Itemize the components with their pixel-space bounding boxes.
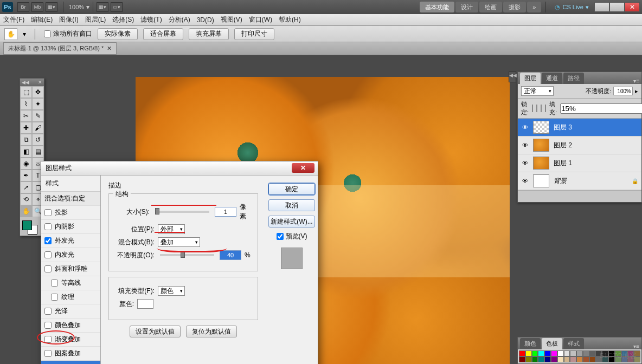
- layer-row[interactable]: 👁 图层 3: [518, 119, 641, 136]
- swatch-cell[interactable]: [589, 350, 596, 356]
- menu-image[interactable]: 图像(I): [59, 15, 78, 24]
- size-input[interactable]: [215, 207, 236, 217]
- swatch-cell[interactable]: [621, 350, 628, 356]
- visibility-icon[interactable]: 👁: [521, 141, 529, 149]
- blending-options-item[interactable]: 混合选项:自定: [41, 192, 100, 206]
- preview-checkbox[interactable]: 预览(V): [277, 232, 307, 241]
- layer-thumbnail[interactable]: [533, 157, 549, 170]
- dialog-title-bar[interactable]: 图层样式 ✕: [41, 161, 318, 176]
- print-size-button[interactable]: 打印尺寸: [234, 28, 274, 40]
- swatch-cell[interactable]: [519, 350, 525, 356]
- menu-help[interactable]: 帮助(H): [279, 15, 301, 24]
- layer-name[interactable]: 图层 3: [554, 123, 572, 132]
- set-default-button[interactable]: 设置为默认值: [130, 326, 181, 337]
- swatch-cell[interactable]: [544, 356, 551, 362]
- tools-panel-header[interactable]: ◀◀✕: [20, 79, 44, 86]
- bridge-button[interactable]: Br: [17, 2, 29, 12]
- move-tool[interactable]: ✥: [32, 86, 44, 98]
- document-tab[interactable]: 未标题-1 @ 133% (图层 3, RGB/8) * ✕: [3, 42, 117, 55]
- swatch-cell[interactable]: [538, 356, 544, 362]
- menu-file[interactable]: 文件(F): [3, 15, 24, 24]
- swatch-cell[interactable]: [570, 350, 576, 356]
- visibility-icon[interactable]: 👁: [521, 159, 529, 167]
- style-pattern-overlay[interactable]: 图案叠加: [41, 347, 100, 361]
- layer-thumbnail[interactable]: [533, 139, 549, 152]
- layer-opacity-input[interactable]: [613, 87, 633, 95]
- menu-layer[interactable]: 图层(L): [85, 15, 106, 24]
- swatch-cell[interactable]: [570, 356, 576, 362]
- swatch-cell[interactable]: [589, 356, 596, 362]
- arrange-docs-button[interactable]: ▦▾: [97, 2, 108, 12]
- swatch-cell[interactable]: [583, 356, 589, 362]
- swatch-cell[interactable]: [544, 350, 551, 356]
- layer-fill-input[interactable]: [560, 103, 642, 114]
- panel-menu-icon[interactable]: ▾≡: [633, 78, 639, 84]
- style-contour[interactable]: 等高线: [41, 276, 100, 290]
- scroll-all-windows-checkbox[interactable]: 滚动所有窗口: [44, 29, 92, 38]
- path-tool[interactable]: ↗: [20, 181, 32, 193]
- lock-transparency-icon[interactable]: [532, 105, 533, 112]
- history-brush-tool[interactable]: ↺: [32, 134, 44, 146]
- swatch-cell[interactable]: [583, 350, 589, 356]
- menu-filter[interactable]: 滤镜(T): [140, 15, 162, 24]
- swatch-cell[interactable]: [551, 350, 557, 356]
- swatch-cell[interactable]: [557, 356, 564, 362]
- blur-tool[interactable]: ◉: [20, 158, 32, 170]
- pen-tool[interactable]: ✒: [20, 170, 32, 181]
- swatch-cell[interactable]: [615, 350, 621, 356]
- fill-screen-button[interactable]: 填充屏幕: [189, 28, 229, 40]
- opacity-input[interactable]: [220, 250, 241, 260]
- lock-position-icon[interactable]: [541, 105, 542, 112]
- style-texture[interactable]: 纹理: [41, 290, 100, 304]
- opacity-slider[interactable]: [160, 254, 214, 256]
- heal-tool[interactable]: ✚: [20, 122, 32, 134]
- dialog-close-button[interactable]: ✕: [292, 163, 314, 173]
- layer-row[interactable]: 👁 背景 🔒: [518, 172, 641, 190]
- zoom-level[interactable]: 100%: [69, 4, 84, 10]
- eyedropper-tool[interactable]: ✎: [32, 110, 44, 122]
- panel-collapse-button[interactable]: ◀◀: [509, 72, 516, 82]
- lasso-tool[interactable]: ⌇: [20, 98, 32, 110]
- mini-bridge-button[interactable]: Mb: [31, 2, 43, 12]
- layer-row[interactable]: 👁 图层 1: [518, 154, 641, 172]
- swatch-cell[interactable]: [551, 356, 557, 362]
- swatch-cell[interactable]: [532, 350, 538, 356]
- tab-swatches[interactable]: 色板: [542, 338, 562, 349]
- foreground-color-icon[interactable]: [22, 220, 32, 230]
- swatch-cell[interactable]: [634, 356, 640, 362]
- swatch-cell[interactable]: [615, 356, 621, 362]
- menu-analysis[interactable]: 分析(A): [169, 15, 190, 24]
- actual-pixels-button[interactable]: 实际像素: [98, 28, 138, 40]
- workspace-design-button[interactable]: 设计: [455, 2, 478, 12]
- tab-color[interactable]: 颜色: [520, 338, 541, 349]
- swatch-cell[interactable]: [608, 356, 615, 362]
- style-inner-glow[interactable]: 内发光: [41, 248, 100, 262]
- screen-mode-button[interactable]: ▭▾: [111, 2, 123, 12]
- document-tab-close-icon[interactable]: ✕: [107, 45, 112, 52]
- eraser-tool[interactable]: ◧: [20, 146, 32, 158]
- style-color-overlay[interactable]: 颜色叠加: [41, 318, 100, 333]
- style-satin[interactable]: 光泽: [41, 304, 100, 318]
- close-button[interactable]: ✕: [625, 2, 640, 12]
- panel-menu-icon[interactable]: ▾≡: [633, 343, 639, 349]
- swatch-cell[interactable]: [525, 356, 532, 362]
- lock-all-icon[interactable]: [545, 105, 546, 112]
- wand-tool[interactable]: ✦: [32, 98, 44, 110]
- blend-mode-dropdown[interactable]: 叠加: [158, 237, 200, 247]
- lock-pixels-icon[interactable]: [536, 105, 537, 112]
- swatch-cell[interactable]: [621, 356, 628, 362]
- menu-3d[interactable]: 3D(D): [197, 16, 214, 24]
- layer-name[interactable]: 图层 1: [554, 159, 572, 168]
- layers-panel-footer[interactable]: [518, 190, 641, 202]
- minimize-button[interactable]: —: [594, 2, 609, 12]
- brush-tool[interactable]: 🖌: [32, 122, 44, 134]
- swatch-cell[interactable]: [564, 356, 570, 362]
- visibility-icon[interactable]: 👁: [521, 123, 529, 131]
- cs-live-link[interactable]: ◔CS Live▾: [555, 4, 589, 11]
- ok-button[interactable]: 确定: [268, 183, 315, 195]
- reset-default-button[interactable]: 复位为默认值: [186, 326, 237, 337]
- swatch-cell[interactable]: [595, 350, 602, 356]
- crop-tool[interactable]: ✂: [20, 110, 32, 122]
- tab-layers[interactable]: 图层: [520, 73, 541, 84]
- workspace-basic-button[interactable]: 基本功能: [420, 2, 454, 12]
